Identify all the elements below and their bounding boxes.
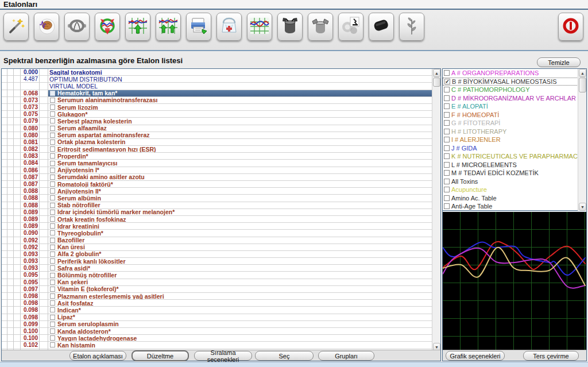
etalon-checkbox[interactable] [50,133,55,138]
etalon-row[interactable]: 0.092Kan üresi [2,244,440,251]
category-item[interactable]: I # ALERJENLER [443,136,586,144]
etalon-row[interactable]: 0.102Kan histamin [2,342,440,349]
etalon-row[interactable]: 0.068Hematokrit, tam kan* [2,90,440,97]
etalon-row[interactable]: 0.075Glukagon* [2,111,440,118]
category-item[interactable]: H # LITOTHERAPY [443,128,586,136]
unchecked-checkbox[interactable] [444,170,450,176]
etalon-description-button[interactable]: Etalon açıklaması [69,351,126,361]
etalon-checkbox[interactable] [50,118,55,123]
etalon-row[interactable]: 0.087Romatoloji faktörü* [2,181,440,188]
etalon-row[interactable]: 0.098Indican* [2,307,440,314]
etalon-row[interactable]: 0.097Vitamin E (tokoferol)* [2,286,440,293]
etalon-row[interactable]: 0.086Anjiyotensin I* [2,167,440,174]
unchecked-checkbox[interactable] [444,103,450,109]
category-item[interactable]: J # GIDA [443,144,586,153]
category-item[interactable]: G # FİTOTERAPİ [443,119,586,128]
etalon-checkbox[interactable] [50,307,55,312]
category-item[interactable]: A # ORGANOPREPARATIONS [443,69,586,78]
etalon-checkbox[interactable] [50,175,55,180]
unchecked-checkbox[interactable] [444,203,450,209]
unchecked-checkbox[interactable] [444,145,450,151]
etalon-row[interactable]: 0.095Bölünmüş nötrofiller [2,272,440,279]
etalon-checkbox[interactable] [50,217,55,222]
etalon-checkbox[interactable] [50,195,55,200]
etalon-checkbox[interactable] [50,181,55,187]
etalon-checkbox[interactable] [50,238,55,243]
toolbar-button-8[interactable] [216,13,242,41]
sort-options-button[interactable]: Sıralama seçenekleri [194,351,252,361]
etalon-checkbox[interactable] [50,293,55,299]
etalon-row[interactable]: VIRTUAL MODEL [2,83,440,90]
etalon-list-scrollbar[interactable]: ▲ ▼ [432,69,440,351]
etalon-row[interactable]: 0.073Serum lizozim [2,104,440,111]
etalon-checkbox[interactable] [50,146,55,152]
scroll-up-icon[interactable]: ▲ [579,69,586,77]
etalon-row[interactable]: 0.087Serumdaki amino asitler azotu [2,174,440,181]
correction-button[interactable]: Düzeltme [131,350,189,361]
etalon-checkbox[interactable] [50,153,55,159]
select-button[interactable]: Seç [255,351,314,361]
etalon-checkbox[interactable] [50,188,55,194]
toolbar-button-5[interactable] [125,13,150,41]
etalon-row[interactable]: 0.089Idrar içindeki tümörlü marker melan… [2,209,440,216]
etalon-checkbox[interactable] [50,315,55,320]
etalon-checkbox[interactable] [50,287,55,292]
etalon-row[interactable]: 0.088Anjiyotensin II* [2,188,440,195]
checked-checkbox[interactable]: ✓ [444,79,450,84]
unchecked-checkbox[interactable] [444,179,450,184]
etalon-checkbox[interactable] [50,140,55,145]
etalon-row[interactable]: 4.487OPTIMUM DISTRIBUTION [2,76,440,83]
toolbar-button-13[interactable] [369,13,394,41]
etalon-row[interactable]: 0.093Safra asidi* [2,265,440,272]
category-item[interactable]: D # MİKROORGANİZMALAR VE ARCHLAR [443,94,586,103]
toolbar-button-7[interactable] [186,13,211,41]
exit-button[interactable] [558,13,583,41]
category-item[interactable]: M # TEDAVİ EDİCİ KOZMETİK [443,169,586,177]
etalon-checkbox[interactable] [50,230,55,235]
etalon-row[interactable]: 0.079Serbest plazma kolesterin [2,118,440,125]
unchecked-checkbox[interactable] [444,187,450,192]
category-item[interactable]: Anti-Age Table [443,202,586,211]
unchecked-checkbox[interactable] [444,162,450,168]
category-scrollbar[interactable]: ▲ ▼ [578,69,586,211]
category-item[interactable]: C # PATHOMORPHOLOGY [443,86,586,94]
etalon-checkbox[interactable] [50,280,55,285]
etalon-row[interactable]: 0.073Serumun alaninaminotransferazası [2,97,440,104]
toolbar-button-10[interactable] [277,13,303,41]
unchecked-checkbox[interactable] [444,112,450,118]
unchecked-checkbox[interactable] [444,87,450,92]
etalon-row[interactable]: 0.100Kanda aldosteron* [2,328,440,335]
category-item[interactable]: K # NUTRICEUTICALS VE PARAPHARMACEUTICAL… [443,152,586,161]
unchecked-checkbox[interactable] [444,153,450,159]
toolbar-button-4[interactable] [95,13,120,41]
category-item[interactable]: Amino Ac. Table [443,194,586,203]
etalon-checkbox[interactable] [50,322,55,327]
graph-options-button[interactable]: Grafik seçenekleri [446,351,505,361]
toolbar-button-3[interactable] [64,13,90,41]
category-item[interactable]: All Toxins [443,177,586,186]
toolbar-button-1[interactable] [3,13,29,41]
etalon-row[interactable]: 0.000Sagital torakotomi [2,69,440,76]
etalon-checkbox[interactable] [50,335,55,341]
etalon-checkbox[interactable] [50,111,55,117]
etalon-row[interactable]: 0.090Thyreoglobulin* [2,230,440,237]
etalon-checkbox[interactable] [50,329,55,334]
etalon-row[interactable]: 0.098Plazmanın esterleşmemiş yağ asitler… [2,293,440,300]
etalon-row[interactable]: 0.100Yaygın lactadehydrogenase [2,335,440,342]
etalon-checkbox[interactable] [50,126,55,131]
etalon-checkbox[interactable] [50,203,55,208]
etalon-row[interactable]: 0.092Bazofiller [2,237,440,244]
etalon-row[interactable]: 0.083Properdin* [2,153,440,160]
unchecked-checkbox[interactable] [444,70,450,76]
clear-button[interactable]: Temizle [537,57,581,67]
groups-button[interactable]: Grupları [318,351,374,361]
category-item[interactable]: F # HOMEOPATİ [443,111,586,119]
toolbar-button-6[interactable] [156,13,181,41]
etalon-checkbox[interactable] [50,265,55,271]
etalon-row[interactable]: 0.084Serum tamamlayıcısı [2,160,440,167]
category-item[interactable]: L # MICROELEMENTS [443,161,586,169]
etalon-row[interactable]: 0.080Serum aspartat aminotransferaz [2,132,440,139]
etalon-checkbox[interactable] [50,91,55,96]
unchecked-checkbox[interactable] [444,120,450,126]
toolbar-button-14[interactable] [399,13,424,41]
